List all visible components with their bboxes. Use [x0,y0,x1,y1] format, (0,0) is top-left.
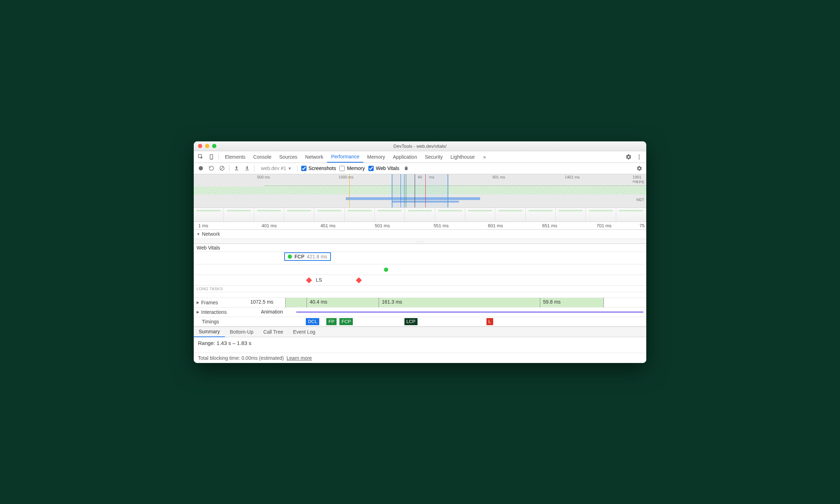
lane-fps: FPS [637,180,644,184]
timings-row: Timings DCLFPFCPLCPL [194,317,646,327]
ruler-tick: 601 ms [488,223,503,228]
details-tab-event-log[interactable]: Event Log [288,327,320,337]
tab-security[interactable]: Security [421,151,447,163]
frame-segment[interactable] [286,298,307,307]
timing-badge-dcl[interactable]: DCL [306,318,319,325]
layout-shift-icon[interactable] [356,277,362,283]
frame-segment[interactable]: 1072.5 ms [247,298,286,307]
chevron-down-icon: ▾ [288,165,291,171]
ruler-tick: 1 ms [198,223,208,228]
timing-badge-fcp[interactable]: FCP [339,318,353,325]
overview-time-label: 500 ms [257,175,270,179]
time-ruler[interactable]: 1 ms401 ms451 ms501 ms551 ms601 ms651 ms… [194,222,646,230]
capture-settings-gear-icon[interactable] [636,165,643,172]
details-tab-call-tree[interactable]: Call Tree [258,327,288,337]
fcp-marker[interactable]: FCP 421.8 ms [284,252,331,261]
tab-network[interactable]: Network [301,151,327,163]
animation-bar [296,311,643,313]
tab-console[interactable]: Console [249,151,275,163]
frame-segment[interactable]: 161.3 ms [379,298,540,307]
footer: Total blocking time: 0.00ms (estimated) … [194,353,646,363]
overview-marker [415,174,415,207]
inspect-icon[interactable] [196,152,206,162]
devtools-window: DevTools - web.dev/vitals/ ElementsConso… [194,141,646,363]
ruler-tick: 551 ms [433,223,449,228]
expand-icon: ▶ [197,300,199,304]
interactions-row[interactable]: ▶Interactions Animation [194,307,646,317]
svg-point-5 [639,158,640,159]
overview-marker [404,174,404,207]
window-title: DevTools - web.dev/vitals/ [194,143,646,149]
tab-performance[interactable]: Performance [327,151,363,163]
timing-badge-l[interactable]: L [486,318,493,325]
frame-segment[interactable]: 59.8 ms [540,298,604,307]
memory-checkbox[interactable]: Memory [339,165,365,171]
lcp-dot-icon[interactable] [384,268,388,272]
ruler-tick: 651 ms [542,223,558,228]
overview-timeline[interactable]: 500 ms1000 ms40ms901 ms1401 ms1901 ms FP… [194,174,646,208]
svg-rect-10 [245,170,249,170]
overview-time-label: 1401 ms [565,175,580,179]
ruler-tick: 451 ms [320,223,336,228]
device-toggle-icon[interactable] [206,152,216,162]
tbt-text: Total blocking time: 0.00ms (estimated) [198,355,284,361]
tab-lighthouse[interactable]: Lighthouse [447,151,479,163]
webvitals-section-header: Web Vitals [194,244,646,252]
filmstrip[interactable] [194,208,646,222]
ls-label: LS [316,277,322,283]
ruler-tick: 501 ms [375,223,390,228]
upload-profile-button[interactable] [233,165,240,172]
tab-sources[interactable]: Sources [275,151,301,163]
frame-segment[interactable]: 40.4 ms [307,298,379,307]
svg-point-6 [199,166,203,170]
window-controls [198,144,216,148]
ruler-tick: 701 ms [596,223,612,228]
tabs-overflow[interactable]: » [479,151,490,163]
main-tabs: ElementsConsoleSourcesNetworkPerformance… [194,151,646,163]
zoom-icon[interactable] [212,144,216,148]
svg-rect-9 [235,170,238,170]
record-button[interactable] [197,165,204,172]
svg-line-8 [221,167,223,170]
summary-range: Range: 1.43 s – 1.83 s [194,337,646,353]
lane-net: NET [636,198,644,202]
recording-select-label: web.dev #1 [261,165,286,171]
webvitals-lcp-row [194,264,646,275]
overview-time-label: 1000 ms [339,175,354,179]
clear-button[interactable] [218,165,226,172]
delete-icon[interactable] [403,165,410,172]
overview-marker [349,174,350,207]
frames-row[interactable]: ▶Frames 1072.5 ms40.4 ms161.3 ms59.8 ms [194,298,646,307]
settings-gear-icon[interactable] [624,152,634,162]
tab-application[interactable]: Application [389,151,421,163]
titlebar: DevTools - web.dev/vitals/ [194,141,646,151]
details-tab-summary[interactable]: Summary [194,327,225,337]
longtasks-header: LONG TASKS [194,286,646,292]
network-section[interactable]: ▼Network [194,230,646,239]
overview-marker [401,174,401,207]
webvitals-checkbox[interactable]: Web Vitals [368,165,399,171]
screenshots-checkbox[interactable]: Screenshots [301,165,336,171]
timing-badge-fp[interactable]: FP [326,318,337,325]
details-tab-bottom-up[interactable]: Bottom-Up [225,327,258,337]
tab-memory[interactable]: Memory [363,151,389,163]
learn-more-link[interactable]: Learn more [287,355,312,361]
timing-badge-lcp[interactable]: LCP [404,318,418,325]
svg-point-4 [639,156,640,157]
webvitals-ls-row: LS [194,275,646,286]
collapse-handle[interactable]: ··· [194,239,646,244]
kebab-menu-icon[interactable] [634,152,644,162]
expand-icon: ▶ [197,310,199,314]
selection-window[interactable] [392,174,448,207]
good-dot-icon [288,254,292,259]
reload-record-button[interactable] [208,165,215,172]
recording-select[interactable]: web.dev #1 ▾ [258,165,294,172]
tab-elements[interactable]: Elements [221,151,249,163]
layout-shift-icon[interactable] [306,277,312,283]
close-icon[interactable] [198,144,202,148]
perf-toolbar: web.dev #1 ▾ Screenshots Memory Web Vita… [194,163,646,174]
details-tabs: SummaryBottom-UpCall TreeEvent Log [194,327,646,337]
minimize-icon[interactable] [205,144,209,148]
download-profile-button[interactable] [244,165,251,172]
svg-point-3 [639,154,640,156]
